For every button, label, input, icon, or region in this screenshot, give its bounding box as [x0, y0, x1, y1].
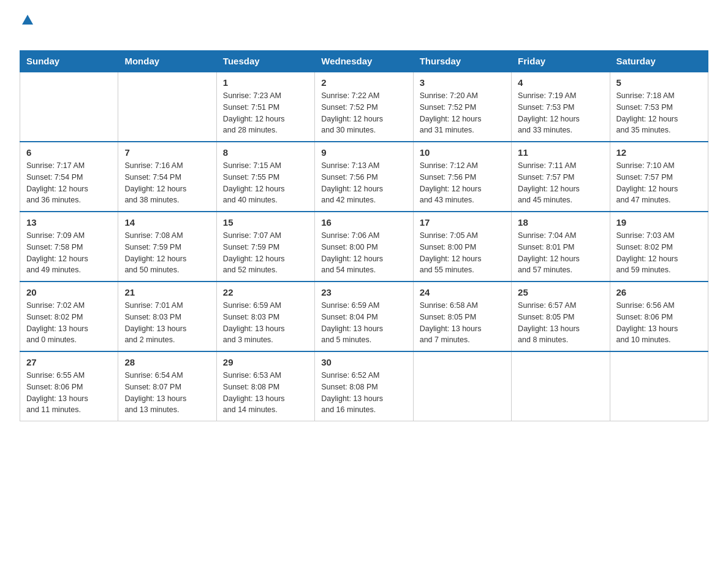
day-info: Sunrise: 7:13 AM Sunset: 7:56 PM Dayligh… — [321, 160, 406, 206]
day-number: 16 — [321, 217, 406, 228]
calendar-header-row: SundayMondayTuesdayWednesdayThursdayFrid… — [20, 51, 708, 72]
day-info: Sunrise: 6:56 AM Sunset: 8:06 PM Dayligh… — [616, 300, 702, 346]
day-number: 19 — [616, 217, 702, 228]
calendar-cell — [413, 351, 511, 421]
calendar-cell: 30Sunrise: 6:52 AM Sunset: 8:08 PM Dayli… — [315, 351, 413, 421]
day-info: Sunrise: 7:08 AM Sunset: 7:59 PM Dayligh… — [124, 230, 210, 276]
calendar-cell: 20Sunrise: 7:02 AM Sunset: 8:02 PM Dayli… — [20, 282, 118, 351]
day-info: Sunrise: 7:03 AM Sunset: 8:02 PM Dayligh… — [616, 230, 702, 276]
day-number: 13 — [26, 217, 112, 228]
calendar-cell: 3Sunrise: 7:20 AM Sunset: 7:52 PM Daylig… — [413, 72, 511, 142]
page-header — [20, 15, 708, 40]
day-number: 2 — [321, 77, 406, 88]
day-info: Sunrise: 7:04 AM Sunset: 8:01 PM Dayligh… — [518, 230, 603, 276]
day-number: 10 — [420, 147, 505, 158]
calendar-cell: 21Sunrise: 7:01 AM Sunset: 8:03 PM Dayli… — [118, 282, 216, 351]
day-info: Sunrise: 7:18 AM Sunset: 7:53 PM Dayligh… — [616, 90, 702, 136]
calendar-cell: 18Sunrise: 7:04 AM Sunset: 8:01 PM Dayli… — [512, 212, 610, 282]
day-info: Sunrise: 6:55 AM Sunset: 8:06 PM Dayligh… — [26, 370, 112, 416]
calendar-cell: 4Sunrise: 7:19 AM Sunset: 7:53 PM Daylig… — [512, 72, 610, 142]
calendar-cell: 27Sunrise: 6:55 AM Sunset: 8:06 PM Dayli… — [20, 351, 118, 421]
col-header-tuesday: Tuesday — [216, 51, 314, 72]
day-info: Sunrise: 7:16 AM Sunset: 7:54 PM Dayligh… — [124, 160, 210, 206]
day-info: Sunrise: 7:05 AM Sunset: 8:00 PM Dayligh… — [420, 230, 505, 276]
calendar-cell: 19Sunrise: 7:03 AM Sunset: 8:02 PM Dayli… — [610, 212, 708, 282]
week-row-5: 27Sunrise: 6:55 AM Sunset: 8:06 PM Dayli… — [20, 351, 708, 421]
day-number: 24 — [420, 287, 505, 297]
logo — [20, 15, 33, 40]
day-info: Sunrise: 7:19 AM Sunset: 7:53 PM Dayligh… — [518, 90, 603, 136]
day-number: 1 — [223, 77, 308, 88]
calendar-cell: 12Sunrise: 7:10 AM Sunset: 7:57 PM Dayli… — [610, 142, 708, 212]
col-header-wednesday: Wednesday — [315, 51, 413, 72]
calendar-cell: 26Sunrise: 6:56 AM Sunset: 8:06 PM Dayli… — [610, 282, 708, 351]
day-info: Sunrise: 6:52 AM Sunset: 8:08 PM Dayligh… — [321, 370, 406, 416]
week-row-1: 1Sunrise: 7:23 AM Sunset: 7:51 PM Daylig… — [20, 72, 708, 142]
day-number: 18 — [518, 217, 603, 228]
calendar-cell: 14Sunrise: 7:08 AM Sunset: 7:59 PM Dayli… — [118, 212, 216, 282]
day-number: 7 — [124, 147, 210, 158]
day-info: Sunrise: 6:58 AM Sunset: 8:05 PM Dayligh… — [420, 300, 505, 346]
day-info: Sunrise: 6:59 AM Sunset: 8:03 PM Dayligh… — [223, 300, 308, 346]
day-info: Sunrise: 6:53 AM Sunset: 8:08 PM Dayligh… — [223, 370, 308, 416]
calendar-cell: 7Sunrise: 7:16 AM Sunset: 7:54 PM Daylig… — [118, 142, 216, 212]
day-number: 21 — [124, 287, 210, 297]
calendar-cell — [118, 72, 216, 142]
day-number: 14 — [124, 217, 210, 228]
calendar-cell: 17Sunrise: 7:05 AM Sunset: 8:00 PM Dayli… — [413, 212, 511, 282]
col-header-saturday: Saturday — [610, 51, 708, 72]
day-info: Sunrise: 7:01 AM Sunset: 8:03 PM Dayligh… — [124, 300, 210, 346]
day-info: Sunrise: 7:02 AM Sunset: 8:02 PM Dayligh… — [26, 300, 112, 346]
day-number: 29 — [223, 357, 308, 367]
day-info: Sunrise: 7:15 AM Sunset: 7:55 PM Dayligh… — [223, 160, 308, 206]
day-info: Sunrise: 7:10 AM Sunset: 7:57 PM Dayligh… — [616, 160, 702, 206]
col-header-monday: Monday — [118, 51, 216, 72]
week-row-4: 20Sunrise: 7:02 AM Sunset: 8:02 PM Dayli… — [20, 282, 708, 351]
day-number: 28 — [124, 357, 210, 367]
calendar-cell: 1Sunrise: 7:23 AM Sunset: 7:51 PM Daylig… — [216, 72, 314, 142]
day-number: 4 — [518, 77, 603, 88]
day-info: Sunrise: 7:07 AM Sunset: 7:59 PM Dayligh… — [223, 230, 308, 276]
calendar-cell: 6Sunrise: 7:17 AM Sunset: 7:54 PM Daylig… — [20, 142, 118, 212]
day-number: 8 — [223, 147, 308, 158]
calendar-cell — [20, 72, 118, 142]
calendar-cell: 25Sunrise: 6:57 AM Sunset: 8:05 PM Dayli… — [512, 282, 610, 351]
day-info: Sunrise: 6:54 AM Sunset: 8:07 PM Dayligh… — [124, 370, 210, 416]
day-number: 23 — [321, 287, 406, 297]
day-number: 20 — [26, 287, 112, 297]
day-info: Sunrise: 7:11 AM Sunset: 7:57 PM Dayligh… — [518, 160, 603, 206]
day-number: 6 — [26, 147, 112, 158]
day-info: Sunrise: 7:22 AM Sunset: 7:52 PM Dayligh… — [321, 90, 406, 136]
calendar-cell: 2Sunrise: 7:22 AM Sunset: 7:52 PM Daylig… — [315, 72, 413, 142]
calendar-cell: 8Sunrise: 7:15 AM Sunset: 7:55 PM Daylig… — [216, 142, 314, 212]
day-info: Sunrise: 7:17 AM Sunset: 7:54 PM Dayligh… — [26, 160, 112, 206]
week-row-2: 6Sunrise: 7:17 AM Sunset: 7:54 PM Daylig… — [20, 142, 708, 212]
calendar-cell: 9Sunrise: 7:13 AM Sunset: 7:56 PM Daylig… — [315, 142, 413, 212]
day-number: 25 — [518, 287, 603, 297]
day-number: 5 — [616, 77, 702, 88]
week-row-3: 13Sunrise: 7:09 AM Sunset: 7:58 PM Dayli… — [20, 212, 708, 282]
calendar-cell: 15Sunrise: 7:07 AM Sunset: 7:59 PM Dayli… — [216, 212, 314, 282]
day-info: Sunrise: 6:57 AM Sunset: 8:05 PM Dayligh… — [518, 300, 603, 346]
calendar-cell: 5Sunrise: 7:18 AM Sunset: 7:53 PM Daylig… — [610, 72, 708, 142]
day-info: Sunrise: 7:09 AM Sunset: 7:58 PM Dayligh… — [26, 230, 112, 276]
calendar-cell: 28Sunrise: 6:54 AM Sunset: 8:07 PM Dayli… — [118, 351, 216, 421]
day-info: Sunrise: 7:23 AM Sunset: 7:51 PM Dayligh… — [223, 90, 308, 136]
calendar-cell: 24Sunrise: 6:58 AM Sunset: 8:05 PM Dayli… — [413, 282, 511, 351]
day-info: Sunrise: 7:12 AM Sunset: 7:56 PM Dayligh… — [420, 160, 505, 206]
calendar-cell: 13Sunrise: 7:09 AM Sunset: 7:58 PM Dayli… — [20, 212, 118, 282]
col-header-friday: Friday — [512, 51, 610, 72]
day-number: 30 — [321, 357, 406, 367]
day-info: Sunrise: 7:20 AM Sunset: 7:52 PM Dayligh… — [420, 90, 505, 136]
calendar-cell: 29Sunrise: 6:53 AM Sunset: 8:08 PM Dayli… — [216, 351, 314, 421]
calendar-cell: 23Sunrise: 6:59 AM Sunset: 8:04 PM Dayli… — [315, 282, 413, 351]
day-number: 17 — [420, 217, 505, 228]
day-info: Sunrise: 6:59 AM Sunset: 8:04 PM Dayligh… — [321, 300, 406, 346]
day-info: Sunrise: 7:06 AM Sunset: 8:00 PM Dayligh… — [321, 230, 406, 276]
day-number: 11 — [518, 147, 603, 158]
calendar-cell: 22Sunrise: 6:59 AM Sunset: 8:03 PM Dayli… — [216, 282, 314, 351]
col-header-thursday: Thursday — [413, 51, 511, 72]
calendar-cell — [610, 351, 708, 421]
day-number: 27 — [26, 357, 112, 367]
day-number: 3 — [420, 77, 505, 88]
